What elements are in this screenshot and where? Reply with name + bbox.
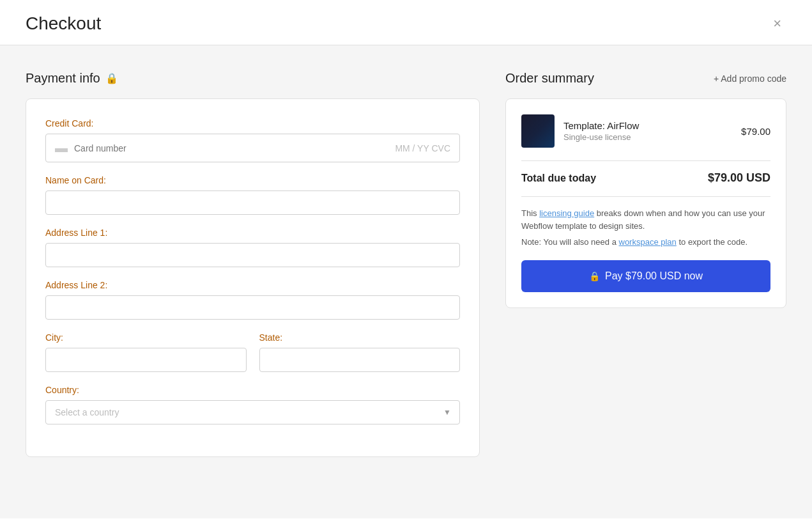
address1-group: Address Line 1:	[45, 228, 460, 267]
modal-title: Checkout	[26, 13, 101, 34]
address1-label: Address Line 1:	[45, 228, 460, 238]
city-state-row: City: State:	[45, 332, 460, 385]
country-select-wrapper: Select a country United States United Ki…	[45, 400, 460, 424]
name-on-card-input[interactable]	[45, 191, 460, 215]
pay-button-label: Pay $79.00 USD now	[605, 270, 703, 282]
name-on-card-group: Name on Card:	[45, 175, 460, 215]
state-group: State:	[259, 332, 461, 372]
state-input[interactable]	[259, 348, 461, 372]
product-thumbnail	[521, 114, 555, 148]
close-button[interactable]: ×	[768, 13, 786, 35]
country-select[interactable]: Select a country United States United Ki…	[45, 400, 460, 424]
card-meta-text: MM / YY CVC	[395, 143, 450, 153]
payment-title-text: Payment info	[26, 71, 100, 86]
state-label: State:	[259, 332, 461, 343]
payment-panel: Payment info 🔒 Credit Card: ▬ MM / YY CV…	[26, 71, 480, 493]
order-item-license: Single-use license	[563, 132, 732, 142]
payment-form-card: Credit Card: ▬ MM / YY CVC Name on Card:…	[26, 98, 480, 457]
order-total-row: Total due today $79.00 USD	[521, 171, 770, 197]
order-section-header: Order summary + Add promo code	[505, 71, 786, 86]
pay-button[interactable]: 🔒 Pay $79.00 USD now	[521, 260, 770, 292]
city-group: City:	[45, 332, 247, 372]
workspace-plan-link[interactable]: workspace plan	[619, 237, 677, 247]
city-label: City:	[45, 332, 247, 343]
address2-label: Address Line 2:	[45, 280, 460, 290]
pay-lock-icon: 🔒	[589, 271, 600, 281]
order-info-text: This licensing guide breaks down when an…	[521, 207, 770, 232]
address2-group: Address Line 2:	[45, 280, 460, 320]
order-item-name: Template: AirFlow	[563, 120, 732, 131]
order-item: Template: AirFlow Single-use license $79…	[521, 114, 770, 161]
order-card: Template: AirFlow Single-use license $79…	[505, 98, 786, 308]
name-on-card-label: Name on Card:	[45, 175, 460, 185]
note-prefix: Note: You will also need a	[521, 237, 619, 247]
modal-header: Checkout ×	[0, 0, 812, 45]
country-label: Country:	[45, 385, 460, 395]
add-promo-link[interactable]: + Add promo code	[714, 74, 786, 84]
credit-card-group: Credit Card: ▬ MM / YY CVC	[45, 118, 460, 162]
modal-body: Payment info 🔒 Credit Card: ▬ MM / YY CV…	[0, 45, 812, 518]
order-summary-panel: Order summary + Add promo code Template:…	[505, 71, 786, 493]
payment-section-title: Payment info 🔒	[26, 71, 480, 86]
country-group: Country: Select a country United States …	[45, 385, 460, 424]
lock-icon: 🔒	[105, 72, 118, 84]
card-chip-icon: ▬	[55, 141, 68, 155]
product-thumbnail-image	[521, 114, 555, 148]
licensing-guide-link[interactable]: licensing guide	[539, 208, 594, 218]
card-input-wrapper: ▬ MM / YY CVC	[45, 134, 460, 162]
address2-input[interactable]	[45, 295, 460, 320]
order-section-title: Order summary	[505, 71, 594, 86]
note-suffix: to export the code.	[677, 237, 747, 247]
order-note-text: Note: You will also need a workspace pla…	[521, 236, 770, 249]
order-total-label: Total due today	[521, 173, 596, 184]
city-input[interactable]	[45, 348, 247, 372]
info-prefix: This	[521, 208, 539, 218]
address1-input[interactable]	[45, 243, 460, 267]
credit-card-label: Credit Card:	[45, 118, 460, 128]
order-item-info: Template: AirFlow Single-use license	[563, 120, 732, 142]
card-number-input[interactable]	[74, 143, 390, 153]
order-total-amount: $79.00 USD	[708, 171, 770, 185]
order-item-price: $79.00	[741, 126, 770, 137]
